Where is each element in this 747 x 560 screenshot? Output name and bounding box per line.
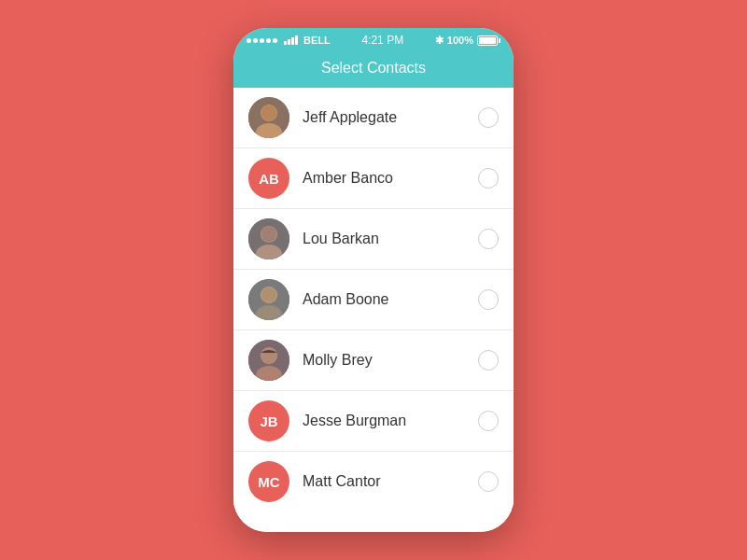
wifi-icon bbox=[284, 35, 298, 45]
radio-adam-boone[interactable] bbox=[478, 289, 499, 310]
avatar-matt-cantor: MC bbox=[248, 461, 289, 502]
signal-dots bbox=[247, 38, 277, 43]
status-left: BELL bbox=[247, 35, 331, 46]
contact-item-lou-barkan[interactable]: Lou Barkan bbox=[233, 209, 514, 270]
svg-point-3 bbox=[261, 105, 276, 120]
contact-name-jesse-burgman: Jesse Burgman bbox=[303, 413, 478, 429]
contact-name-lou-barkan: Lou Barkan bbox=[303, 231, 478, 247]
contact-name-molly-brey: Molly Brey bbox=[303, 352, 478, 369]
contacts-list: Jeff Applegate AB Amber Banco Lou Barkan bbox=[233, 88, 514, 532]
radio-molly-brey[interactable] bbox=[478, 350, 499, 371]
contact-name-amber-banco: Amber Banco bbox=[303, 170, 478, 187]
avatar-molly-brey bbox=[248, 340, 289, 381]
contact-item-molly-brey[interactable]: Molly Brey bbox=[233, 330, 514, 391]
contact-item-jesse-burgman[interactable]: JB Jesse Burgman bbox=[233, 391, 514, 452]
avatar-jesse-burgman: JB bbox=[248, 400, 289, 441]
contact-item-amber-banco[interactable]: AB Amber Banco bbox=[233, 148, 514, 209]
radio-jesse-burgman[interactable] bbox=[478, 411, 499, 431]
status-right: ✱ 100% bbox=[435, 35, 500, 47]
status-time: 4:21 PM bbox=[361, 34, 403, 47]
nav-bar: Select Contacts bbox=[233, 50, 514, 88]
avatar-lou-barkan bbox=[248, 218, 289, 259]
status-bar: BELL 4:21 PM ✱ 100% bbox=[233, 28, 514, 50]
radio-amber-banco[interactable] bbox=[478, 168, 499, 189]
contact-item-adam-boone[interactable]: Adam Boone bbox=[233, 270, 514, 330]
page-title: Select Contacts bbox=[321, 60, 426, 76]
contact-name-matt-cantor: Matt Cantor bbox=[303, 473, 478, 490]
phone-frame: BELL 4:21 PM ✱ 100% Select Contacts bbox=[233, 28, 514, 532]
contact-name-jeff-applegate: Jeff Applegate bbox=[303, 109, 478, 126]
battery-icon bbox=[477, 35, 500, 46]
bluetooth-icon: ✱ bbox=[435, 35, 444, 47]
avatar-amber-banco: AB bbox=[248, 158, 289, 199]
svg-point-7 bbox=[261, 227, 276, 242]
contact-item-jeff-applegate[interactable]: Jeff Applegate bbox=[233, 88, 514, 148]
radio-jeff-applegate[interactable] bbox=[478, 107, 499, 128]
avatar-adam-boone bbox=[248, 279, 289, 320]
contact-name-adam-boone: Adam Boone bbox=[303, 291, 478, 308]
battery-percent: 100% bbox=[447, 35, 473, 46]
radio-lou-barkan[interactable] bbox=[478, 229, 499, 249]
contact-item-matt-cantor[interactable]: MC Matt Cantor bbox=[233, 452, 514, 511]
svg-point-11 bbox=[261, 287, 276, 302]
carrier-name: BELL bbox=[303, 35, 331, 46]
radio-matt-cantor[interactable] bbox=[478, 471, 499, 492]
avatar-jeff-applegate bbox=[248, 97, 289, 138]
